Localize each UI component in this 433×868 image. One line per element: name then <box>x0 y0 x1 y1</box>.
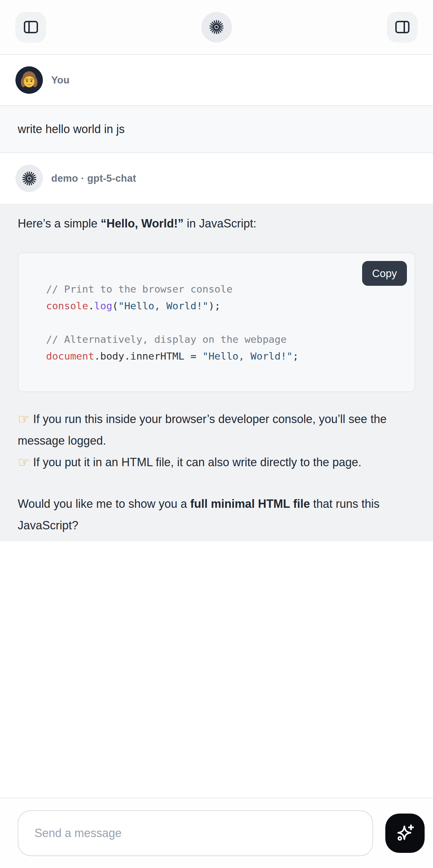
copy-code-button[interactable]: Copy <box>362 261 407 286</box>
user-avatar <box>16 66 43 94</box>
user-message-header: You <box>0 55 433 105</box>
code-block: Copy // Print to the browser console con… <box>18 252 415 392</box>
starburst-icon <box>21 170 37 187</box>
person-emoji-icon <box>16 66 43 94</box>
user-sender-label: You <box>51 74 70 86</box>
assistant-intro-paragraph: Here’s a simple “Hello, World!” in JavaS… <box>18 213 415 234</box>
pointing-right-emoji: ☞ <box>18 411 30 427</box>
send-button[interactable] <box>385 813 425 853</box>
panel-left-icon <box>22 19 40 36</box>
toggle-right-panel-button[interactable] <box>387 12 417 42</box>
top-bar <box>0 0 433 55</box>
assistant-message-header: demo · gpt-5-chat <box>0 153 433 204</box>
pointing-right-emoji: ☞ <box>18 454 30 470</box>
composer-bar <box>0 798 433 868</box>
assistant-question-paragraph: Would you like me to show you a full min… <box>18 493 415 536</box>
empty-scroll-area <box>0 541 433 798</box>
app-logo-button[interactable] <box>202 12 232 42</box>
assistant-avatar <box>16 165 43 192</box>
user-message-bubble: write hello world in js <box>0 105 433 153</box>
panel-right-icon <box>394 19 411 36</box>
assistant-sender-label: demo · gpt-5-chat <box>51 173 136 184</box>
chat-app: You write hello world in js demo · gpt-5… <box>0 0 433 868</box>
message-input[interactable] <box>18 810 373 856</box>
user-message-text: write hello world in js <box>18 122 125 136</box>
assistant-notes-paragraph: ☞ If you run this inside your browser’s … <box>18 408 415 473</box>
sparkle-icon <box>394 823 415 844</box>
starburst-icon <box>209 19 224 35</box>
code-content: // Print to the browser console console.… <box>46 281 408 364</box>
assistant-message-body: Here’s a simple “Hello, World!” in JavaS… <box>0 204 433 541</box>
toggle-left-sidebar-button[interactable] <box>16 12 46 42</box>
